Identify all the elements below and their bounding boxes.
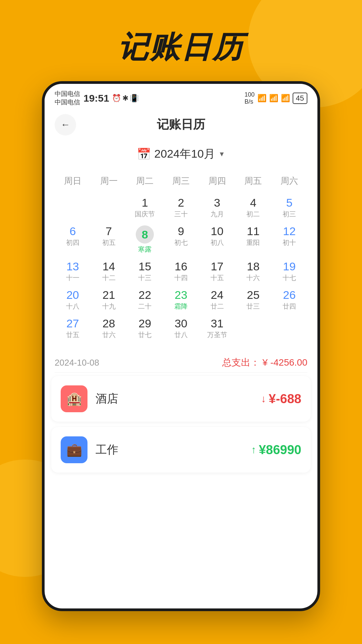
transaction-hotel[interactable]: 🏨 酒店 ↓ ¥-688	[51, 376, 311, 422]
day-18[interactable]: 18 十六	[235, 257, 272, 286]
day-16[interactable]: 16 十四	[163, 257, 199, 286]
weekday-row: 周日 周一 周二 周三 周四 周五 周六	[55, 172, 307, 190]
summary-row: 2024-10-08 总支出： ¥ -4256.00	[45, 350, 317, 372]
carrier2: 中国电信	[55, 98, 80, 107]
day-17[interactable]: 17 十五	[199, 257, 235, 286]
day-12[interactable]: 12 初十	[271, 222, 307, 257]
day-6[interactable]: 6 初四	[55, 222, 91, 257]
day-28[interactable]: 28 廿六	[91, 314, 127, 343]
day-31[interactable]: 31 万圣节	[199, 314, 235, 343]
day-10[interactable]: 10 初八	[199, 222, 235, 257]
day-9[interactable]: 9 初七	[163, 222, 199, 257]
page-main-title: 记账日历	[118, 30, 244, 64]
work-name: 工作	[96, 442, 243, 458]
battery-indicator: 45	[293, 93, 307, 104]
day-3[interactable]: 3 九月	[199, 194, 235, 222]
day-4[interactable]: 4 初二	[235, 194, 272, 222]
day-empty	[55, 194, 91, 222]
status-time: 19:51	[83, 93, 109, 104]
day-14[interactable]: 14 十二	[91, 257, 127, 286]
weekday-wed: 周三	[163, 172, 199, 190]
phone-mockup: 中国电信 中国电信 19:51 ⏰ ✱ 📳 100B/s 📶 📶 📶 45 ← …	[42, 81, 320, 611]
dropdown-arrow-icon: ▼	[219, 150, 225, 158]
day-1[interactable]: 1 国庆节	[127, 194, 163, 222]
day-empty	[271, 314, 307, 343]
calendar-header: 📅 2024年10月 ▼	[45, 136, 317, 168]
alarm-icon: ⏰	[112, 94, 121, 103]
day-11[interactable]: 11 重阳	[235, 222, 272, 257]
page-title-area: 记账日历	[0, 0, 362, 81]
weekday-thu: 周四	[199, 172, 235, 190]
weekday-fri: 周五	[235, 172, 272, 190]
transaction-work[interactable]: 💼 工作 ↑ ¥86990	[51, 427, 311, 473]
day-29[interactable]: 29 廿七	[127, 314, 163, 343]
speed-indicator: 100B/s	[244, 91, 254, 105]
transaction-list: 🏨 酒店 ↓ ¥-688 💼 工作 ↑ ¥86990	[45, 373, 317, 479]
day-27[interactable]: 27 廿五	[55, 314, 91, 343]
vibrate-icon: 📳	[130, 94, 139, 103]
hotel-name: 酒店	[96, 391, 253, 407]
status-left: 中国电信 中国电信 19:51 ⏰ ✱ 📳	[55, 90, 139, 106]
month-display: 2024年10月	[154, 146, 215, 162]
work-amount: ↑ ¥86990	[251, 443, 301, 457]
bluetooth-icon: ✱	[122, 94, 128, 103]
summary-total: 总支出： ¥ -4256.00	[222, 356, 307, 369]
expense-arrow-icon: ↓	[261, 393, 266, 405]
day-26[interactable]: 26 廿四	[271, 286, 307, 314]
hotel-icon: 🏨	[61, 385, 87, 412]
day-21[interactable]: 21 十九	[91, 286, 127, 314]
day-23[interactable]: 23 霜降	[163, 286, 199, 314]
day-empty	[235, 314, 272, 343]
day-15[interactable]: 15 十三	[127, 257, 163, 286]
work-icon: 💼	[61, 436, 87, 463]
weekday-sat: 周六	[271, 172, 307, 190]
day-20[interactable]: 20 十八	[55, 286, 91, 314]
wifi-icon: 📶	[257, 94, 266, 103]
days-grid: 1 国庆节 2 三十 3 九月 4 初二 5 初三 6 初四	[55, 194, 307, 343]
day-25[interactable]: 25 廿三	[235, 286, 272, 314]
summary-value: -4256.00	[270, 357, 307, 368]
hotel-amount: ↓ ¥-688	[261, 392, 301, 406]
signal2-icon: 📶	[281, 94, 290, 103]
status-bar: 中国电信 中国电信 19:51 ⏰ ✱ 📳 100B/s 📶 📶 📶 45	[45, 84, 317, 110]
carrier1: 中国电信	[55, 90, 80, 98]
summary-currency: ¥	[262, 357, 268, 368]
month-selector[interactable]: 📅 2024年10月 ▼	[137, 146, 225, 162]
weekday-tue: 周二	[127, 172, 163, 190]
weekday-sun: 周日	[55, 172, 91, 190]
day-13[interactable]: 13 十一	[55, 257, 91, 286]
day-empty	[91, 194, 127, 222]
back-icon: ←	[61, 119, 70, 130]
day-30[interactable]: 30 廿八	[163, 314, 199, 343]
income-arrow-icon: ↑	[251, 444, 256, 455]
back-button[interactable]: ←	[55, 114, 76, 136]
weekday-mon: 周一	[91, 172, 127, 190]
day-7[interactable]: 7 初五	[91, 222, 127, 257]
day-19[interactable]: 19 十七	[271, 257, 307, 286]
app-header: ← 记账日历	[45, 110, 317, 136]
signal1-icon: 📶	[269, 94, 278, 103]
calendar-icon: 📅	[137, 147, 151, 161]
day-5[interactable]: 5 初三	[271, 194, 307, 222]
day-2[interactable]: 2 三十	[163, 194, 199, 222]
calendar-grid: 周日 周一 周二 周三 周四 周五 周六 1 国庆节 2 三十 3 九月	[45, 168, 317, 350]
app-header-title: 记账日历	[157, 116, 205, 133]
day-8-today[interactable]: 8 寒露	[127, 222, 163, 257]
day-22[interactable]: 22 二十	[127, 286, 163, 314]
summary-date: 2024-10-08	[55, 358, 99, 368]
status-right: 100B/s 📶 📶 📶 45	[244, 91, 307, 105]
day-24[interactable]: 24 廿二	[199, 286, 235, 314]
